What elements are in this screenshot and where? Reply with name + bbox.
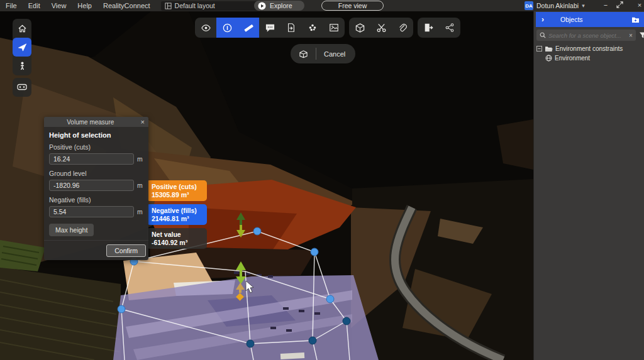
- objects-panel-header: › Objects: [536, 12, 644, 27]
- tree-item-environment[interactable]: Environment: [536, 53, 642, 63]
- objects-panel: › Objects ×: [533, 0, 644, 360]
- tree-item-environment-constraints[interactable]: Environment constraints: [536, 44, 642, 53]
- search-icon: [540, 32, 546, 38]
- cube-icon: [355, 23, 365, 33]
- home-icon: [18, 24, 27, 33]
- panel-title-bar[interactable]: Volume measure ×: [44, 117, 148, 127]
- share-icon: [445, 23, 455, 33]
- ruler-icon: [243, 23, 254, 33]
- close-window-button[interactable]: ×: [633, 1, 644, 9]
- open-folder-icon: [545, 46, 553, 52]
- negative-fills-field-label: Negative (fills): [49, 196, 143, 204]
- fly-mode-button[interactable]: [13, 38, 31, 57]
- objects-panel-title: Objects: [549, 16, 626, 23]
- collapse-expander-icon[interactable]: [536, 46, 542, 52]
- point-cloud-button[interactable]: [302, 18, 323, 38]
- vr-headset-icon: [17, 84, 27, 91]
- user-menu[interactable]: DA Dotun Akinlabi ▾: [522, 0, 587, 11]
- explore-button[interactable]: Explore: [254, 1, 304, 11]
- minimize-button[interactable]: −: [599, 1, 613, 9]
- 3d-object-button[interactable]: [349, 18, 370, 38]
- paper-plane-icon: [18, 43, 27, 52]
- close-icon[interactable]: ×: [137, 118, 148, 126]
- panel-title: Volume measure: [44, 119, 137, 126]
- section-heading: Height of selection: [49, 131, 143, 139]
- navigation-rail: [13, 19, 31, 97]
- export-report-button[interactable]: [418, 18, 439, 38]
- file-import-icon: [286, 23, 296, 33]
- menu-view[interactable]: View: [46, 2, 72, 9]
- visibility-button[interactable]: [195, 18, 216, 38]
- ground-level-field-label: Ground level: [49, 170, 143, 177]
- layout-icon: [165, 3, 172, 9]
- image-icon: [329, 23, 339, 33]
- confirm-button[interactable]: Confirm: [106, 244, 146, 257]
- volume-result-labels: Positive (cuts) 15305.89 m³ Negative (fi…: [147, 180, 207, 252]
- play-icon: [258, 2, 266, 10]
- volume-measure-panel: Volume measure × Height of selection Pos…: [44, 117, 148, 260]
- import-file-button[interactable]: [280, 18, 302, 38]
- filter-funnel-icon: [639, 31, 644, 39]
- positive-cuts-label: Positive (cuts) 15305.89 m³: [147, 180, 207, 201]
- unit-label: m: [137, 208, 143, 215]
- layout-select-dropdown[interactable]: Default layout ▾: [161, 1, 267, 11]
- free-view-button[interactable]: Free view: [321, 1, 384, 11]
- cut-button[interactable]: [370, 18, 392, 38]
- collapse-panel-icon[interactable]: ›: [536, 15, 549, 24]
- folder-plus-icon: [631, 16, 640, 23]
- paperclip-icon: [397, 23, 408, 33]
- home-button[interactable]: [13, 19, 31, 38]
- viewport-toolbar: [195, 18, 460, 38]
- comment-icon: [265, 23, 275, 33]
- measure-info-button[interactable]: [216, 18, 238, 38]
- person-icon: [18, 62, 26, 70]
- scene-search-input[interactable]: [548, 32, 626, 39]
- image-view-button[interactable]: [323, 18, 345, 38]
- volume-box-button[interactable]: [291, 50, 316, 58]
- environment-globe-icon: [545, 55, 552, 62]
- scene-object-tree: Environment constraints Environment: [536, 44, 642, 63]
- menu-help[interactable]: Help: [72, 2, 97, 9]
- explore-label: Explore: [270, 2, 292, 9]
- add-folder-button[interactable]: [626, 16, 644, 23]
- scissors-icon: [376, 23, 387, 33]
- menu-file[interactable]: File: [0, 2, 23, 9]
- positive-cuts-input[interactable]: [49, 153, 134, 165]
- filter-button[interactable]: [639, 30, 644, 41]
- cancel-button[interactable]: Cancel: [316, 50, 355, 58]
- attach-button[interactable]: [392, 18, 413, 38]
- menu-realityconnect[interactable]: RealityConnect: [97, 2, 156, 9]
- eye-icon: [201, 23, 211, 33]
- maximize-icon: [616, 1, 623, 8]
- negative-fills-label: Negative (fills) 21446.81 m³: [147, 204, 207, 225]
- negative-fills-input[interactable]: [49, 206, 134, 217]
- max-height-button[interactable]: Max height: [49, 224, 94, 236]
- menu-bar: File Edit View Help RealityConnect Defau…: [0, 0, 644, 11]
- chevron-down-icon: ▾: [582, 3, 585, 9]
- measure-action-bar: Cancel: [291, 44, 355, 63]
- tree-item-label: Environment constraints: [555, 45, 623, 52]
- box-icon: [299, 50, 308, 58]
- positive-cuts-field-label: Positive (cuts): [49, 143, 143, 151]
- file-export-icon: [423, 23, 433, 33]
- comments-button[interactable]: [259, 18, 280, 38]
- measure-tool-button[interactable]: [238, 18, 259, 38]
- maximize-button[interactable]: [616, 1, 630, 8]
- avatar: DA: [525, 1, 533, 10]
- layout-select-value: Default layout: [175, 2, 215, 9]
- vr-mode-button[interactable]: [13, 78, 31, 97]
- scene-search-box[interactable]: ×: [536, 30, 636, 41]
- circle-marker-icon: [222, 23, 233, 33]
- menu-edit[interactable]: Edit: [23, 2, 46, 9]
- tree-item-label: Environment: [555, 55, 590, 62]
- unit-label: m: [137, 182, 143, 189]
- walk-mode-button[interactable]: [13, 57, 31, 75]
- splat-icon: [308, 23, 318, 33]
- free-view-label: Free view: [338, 2, 367, 9]
- ground-level-input[interactable]: [49, 180, 134, 191]
- share-button[interactable]: [439, 18, 460, 38]
- net-value-label: Net value -6140.92 m³: [147, 228, 207, 249]
- user-name: Dotun Akinlabi: [536, 2, 579, 9]
- clear-search-icon[interactable]: ×: [629, 32, 633, 39]
- unit-label: m: [137, 155, 143, 163]
